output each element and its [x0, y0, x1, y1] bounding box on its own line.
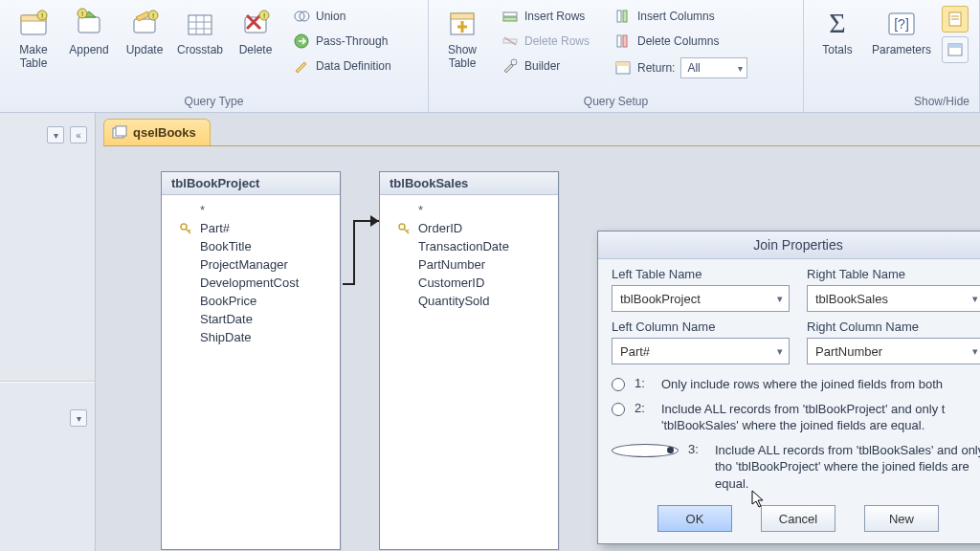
join-option-row[interactable]: 1:Only include rows where the joined fie…	[612, 372, 980, 397]
right-table-combo[interactable]: tblBookSales	[807, 285, 980, 312]
svg-rect-30	[617, 11, 621, 22]
update-button[interactable]: ! Update	[117, 4, 172, 59]
field-name: ShipDate	[200, 330, 251, 344]
append-button[interactable]: ! Append	[61, 4, 117, 59]
parameters-button[interactable]: [?] Parameters	[865, 4, 938, 59]
datadef-icon	[293, 57, 310, 75]
table-title-right: tblBookSales	[380, 172, 558, 195]
svg-rect-10	[189, 15, 212, 34]
table-field[interactable]: *	[380, 201, 558, 219]
insert-rows-label: Insert Rows	[524, 10, 585, 23]
show-table-button[interactable]: ShowTable	[434, 4, 490, 73]
union-button[interactable]: Union	[289, 6, 395, 27]
builder-icon	[501, 57, 519, 75]
insert-rows-button[interactable]: Insert Rows	[498, 6, 593, 27]
cancel-button[interactable]: Cancel	[761, 505, 835, 532]
join-option-row[interactable]: 3:Include ALL records from 'tblBookSales…	[612, 438, 980, 496]
navigation-pane: ▾ « ▾	[0, 113, 96, 551]
insert-columns-icon	[614, 8, 632, 25]
passthrough-button[interactable]: Pass-Through	[289, 31, 395, 52]
query-tab[interactable]: qselBooks	[103, 119, 211, 145]
builder-button[interactable]: Builder	[498, 55, 593, 77]
make-table-button[interactable]: ! MakeTable	[6, 4, 61, 73]
svg-rect-7	[134, 19, 155, 33]
svg-text:Σ: Σ	[829, 8, 845, 38]
sigma-icon: Σ	[821, 8, 854, 40]
table-field[interactable]: TransactionDate	[380, 237, 558, 255]
table-field[interactable]: ShipDate	[162, 328, 340, 346]
nav-collapse-icon[interactable]: «	[70, 126, 87, 143]
field-name: Part#	[200, 221, 230, 235]
table-title-left: tblBookProject	[162, 172, 340, 195]
totals-button[interactable]: Σ Totals	[810, 4, 865, 59]
field-name: *	[418, 203, 423, 217]
table-field[interactable]: PartNumber	[380, 255, 558, 274]
delete-icon: !	[239, 8, 272, 40]
delete-rows-label: Delete Rows	[524, 34, 590, 48]
table-fields-right: *OrderIDTransactionDatePartNumberCustome…	[380, 195, 558, 320]
nav-dropdown-icon[interactable]: ▾	[47, 126, 64, 143]
insert-columns-button[interactable]: Insert Columns	[611, 6, 751, 27]
left-table-combo[interactable]: tblBookProject	[612, 285, 790, 312]
ribbon-group-query-setup: ShowTable Insert Rows Delete Rows Builde…	[429, 0, 804, 112]
field-name: DevelopmentCost	[200, 276, 299, 290]
make-table-label: MakeTable	[19, 44, 47, 71]
passthrough-label: Pass-Through	[316, 34, 388, 48]
table-field[interactable]: Part#	[162, 219, 340, 237]
insert-rows-icon	[501, 8, 519, 25]
delete-columns-button[interactable]: Delete Columns	[611, 31, 751, 52]
radio-button[interactable]	[612, 378, 625, 391]
table-field[interactable]: BookPrice	[162, 292, 340, 310]
radio-button[interactable]	[612, 444, 679, 457]
delete-rows-button[interactable]: Delete Rows	[498, 31, 593, 52]
table-field[interactable]: BookTitle	[162, 237, 340, 255]
field-name: ProjectManager	[200, 257, 288, 272]
update-icon: !	[128, 8, 161, 40]
return-label: Return:	[637, 61, 675, 75]
table-field[interactable]: CustomerID	[380, 274, 558, 292]
table-names-button[interactable]	[942, 36, 969, 63]
update-label: Update	[126, 44, 164, 57]
property-sheet-button[interactable]	[942, 6, 969, 33]
left-column-combo[interactable]: Part#	[612, 338, 790, 364]
table-field[interactable]: QuantitySold	[380, 292, 558, 310]
table-field[interactable]: ProjectManager	[162, 255, 340, 274]
right-table-value: tblBookSales	[815, 292, 888, 306]
field-name: *	[200, 203, 205, 217]
delete-button[interactable]: ! Delete	[228, 4, 283, 59]
radio-button[interactable]	[612, 403, 625, 416]
right-table-label: Right Table Name	[807, 267, 980, 281]
field-name: PartNumber	[418, 257, 485, 272]
delete-columns-icon	[614, 33, 632, 50]
return-control[interactable]: Return: All	[611, 55, 751, 80]
ribbon-group-label-query-setup: Query Setup	[429, 93, 803, 112]
ok-button[interactable]: OK	[657, 505, 732, 532]
ok-label: OK	[686, 512, 704, 526]
datadef-button[interactable]: Data Definition	[289, 55, 395, 77]
table-box-right[interactable]: tblBookSales *OrderIDTransactionDatePart…	[379, 171, 559, 550]
union-label: Union	[316, 10, 345, 23]
nav-section-dropdown[interactable]: ▾	[70, 409, 87, 427]
return-select[interactable]: All	[680, 57, 747, 78]
new-button[interactable]: New	[864, 505, 939, 532]
table-field[interactable]: OrderID	[380, 219, 558, 237]
field-name: CustomerID	[418, 276, 484, 290]
table-field[interactable]: DevelopmentCost	[162, 274, 340, 292]
svg-rect-43	[948, 44, 962, 48]
right-column-combo[interactable]: PartNumber	[807, 338, 980, 364]
join-option-row[interactable]: 2:Include ALL records from 'tblBookProje…	[612, 397, 980, 438]
svg-rect-4	[78, 17, 100, 33]
query-designer: qselBooks tblBookProject *Part#BookTitle…	[96, 113, 980, 551]
cancel-label: Cancel	[779, 512, 817, 526]
table-field[interactable]: StartDate	[162, 310, 340, 328]
delete-label: Delete	[239, 44, 273, 57]
table-names-icon	[947, 41, 964, 58]
crosstab-button[interactable]: Crosstab	[172, 4, 228, 59]
design-canvas[interactable]: tblBookProject *Part#BookTitleProjectMan…	[103, 145, 980, 551]
table-box-left[interactable]: tblBookProject *Part#BookTitleProjectMan…	[161, 171, 341, 550]
join-properties-dialog: Join Properties Left Table Name tblBookP…	[597, 231, 980, 544]
table-field[interactable]: *	[162, 201, 340, 219]
property-sheet-icon	[947, 11, 964, 28]
crosstab-label: Crosstab	[177, 44, 223, 57]
datadef-label: Data Definition	[316, 59, 391, 73]
